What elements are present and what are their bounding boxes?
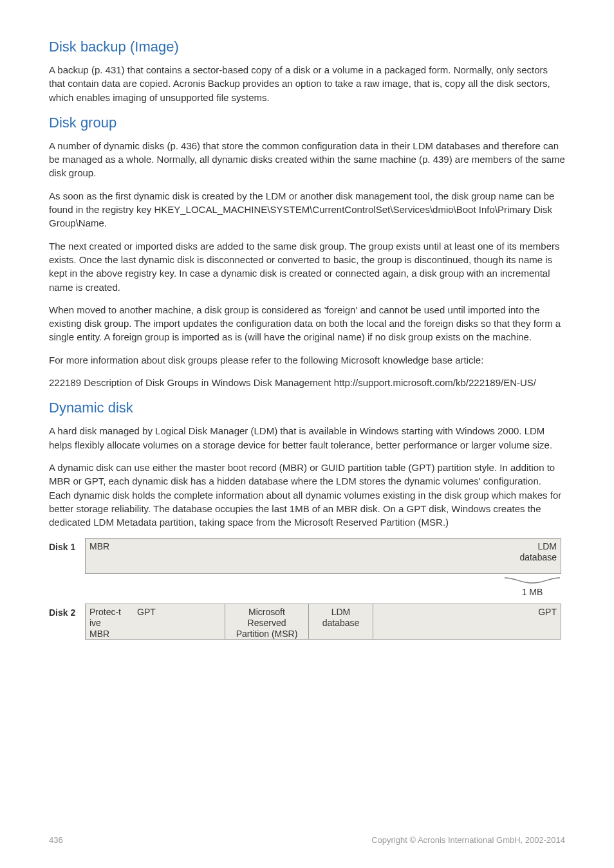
disk2-box: Protec-t ive MBR GPT Microsoft Reserved … [85,604,561,640]
cell-line: Partition (MSR) [229,629,304,640]
disk2-protective-cell: Protec-t ive MBR [86,604,133,639]
paragraph: 222189 Description of Disk Groups in Win… [49,376,565,389]
paragraph: A dynamic disk can use either the master… [49,461,565,529]
paragraph: A hard disk managed by Logical Disk Mana… [49,424,565,452]
page-number: 436 [49,835,63,845]
disk1-mbr-cell: MBR [86,539,150,573]
cell-line: ive [89,618,101,629]
paragraph: A backup (p. 431) that contains a sector… [49,63,565,104]
disk2-label: Disk 2 [49,604,85,618]
disk2-ldm-cell: LDM database [308,604,373,639]
cell-line: Microsoft [229,607,304,618]
paragraph: As soon as the first dynamic disk is cre… [49,189,565,230]
paragraph: When moved to another machine, a disk gr… [49,303,565,344]
cell-line: LDM [313,607,369,618]
heading-dynamic-disk: Dynamic disk [49,400,565,416]
heading-disk-group: Disk group [49,115,565,131]
cell-line: Reserved [229,618,304,629]
brace-icon [503,577,561,586]
disk2-gpt-left-cell: GPT [133,604,225,639]
cell-line: Protec-t [89,607,121,618]
paragraph: A number of dynamic disks (p. 436) that … [49,139,565,180]
disk-diagram: Disk 1 MBR LDM database 1 MB Disk 2 Prot… [49,538,565,640]
disk2-msr-cell: Microsoft Reserved Partition (MSR) [225,604,308,639]
disk1-box: MBR LDM database [85,538,561,574]
disk1-size-label: 1 MB [522,587,543,597]
disk1-ldm-cell: LDM database [503,539,561,573]
cell-line: MBR [89,629,109,640]
disk1-label: Disk 1 [49,538,85,552]
paragraph: The next created or imported disks are a… [49,239,565,294]
page-footer: 436 Copyright © Acronis International Gm… [49,835,565,845]
disk2-gpt-right-cell: GPT [373,604,561,639]
disk1-row: Disk 1 MBR LDM database [49,538,565,574]
heading-disk-backup: Disk backup (Image) [49,39,565,55]
disk1-empty-cell [150,539,503,573]
disk2-row: Disk 2 Protec-t ive MBR GPT Microsoft Re… [49,604,565,640]
copyright-text: Copyright © Acronis International GmbH, … [371,835,565,845]
cell-line: database [313,618,369,629]
disk1-size-row: 1 MB [49,577,565,597]
paragraph: For more information about disk groups p… [49,353,565,367]
